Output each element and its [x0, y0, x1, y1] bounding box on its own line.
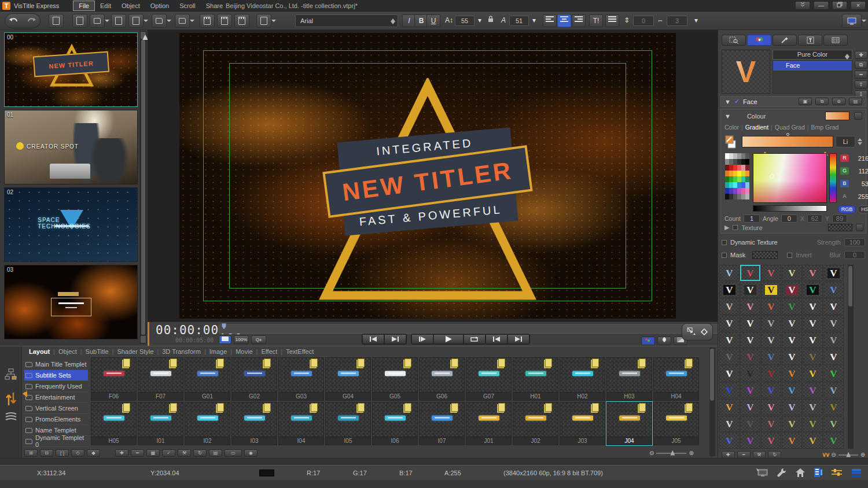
style-preset[interactable]: V: [782, 349, 802, 365]
style-preset[interactable]: V: [761, 315, 781, 331]
line-style-button[interactable]: [605, 14, 619, 27]
style-preset[interactable]: V: [719, 332, 740, 348]
close-button[interactable]: ×: [851, 1, 866, 10]
style-preset[interactable]: V: [782, 399, 802, 415]
style-preset[interactable]: V: [782, 365, 802, 382]
style-preset[interactable]: V: [823, 265, 844, 281]
colour-mode-gradient[interactable]: Gradient: [745, 124, 768, 131]
style-preset[interactable]: V: [761, 399, 781, 415]
library-tab-image[interactable]: Image: [206, 348, 231, 355]
undo-icon[interactable]: [9, 17, 19, 25]
palette-swatch[interactable]: [737, 194, 741, 199]
palette-swatch[interactable]: [737, 176, 741, 182]
style-preset[interactable]: V: [740, 349, 760, 365]
face-enabled-checkbox[interactable]: ✓: [734, 98, 740, 105]
colour-mode-color[interactable]: Color: [724, 124, 739, 131]
hue-slider[interactable]: [829, 153, 837, 203]
template-item-h03[interactable]: H03: [606, 357, 653, 401]
style-preset[interactable]: V: [719, 315, 740, 331]
zoom-fit-button[interactable]: Q±: [251, 335, 266, 344]
align-left-button[interactable]: [543, 14, 557, 27]
style-preset[interactable]: V: [761, 282, 781, 298]
category-entertainment[interactable]: Entertainment: [24, 392, 88, 403]
mask-checkbox[interactable]: [722, 253, 727, 258]
style-preset[interactable]: V: [823, 332, 844, 348]
style-preset[interactable]: V: [740, 399, 760, 415]
style-preset[interactable]: V: [803, 416, 823, 432]
style-preset[interactable]: V: [719, 282, 740, 298]
style-preset[interactable]: V: [803, 332, 823, 348]
play-from-start-button[interactable]: [411, 334, 433, 344]
template-item-h04[interactable]: H04: [653, 357, 700, 401]
y-field[interactable]: 89: [832, 215, 847, 223]
layer-duplicate-button[interactable]: ⧉: [855, 61, 867, 69]
menu-share[interactable]: Share: [201, 1, 228, 10]
template-item-i07[interactable]: I07: [418, 401, 465, 446]
thumbnail-scrollbar[interactable]: ▲: [140, 31, 146, 343]
hsb-mode-pill[interactable]: HSB: [858, 205, 868, 213]
style-preset[interactable]: V: [719, 349, 740, 365]
b-value[interactable]: 53: [854, 180, 868, 187]
text-orientation-button[interactable]: T!: [589, 14, 603, 27]
style-preset[interactable]: V: [740, 332, 760, 348]
invert-checkbox[interactable]: [787, 253, 792, 258]
palette-swatch[interactable]: [745, 194, 749, 199]
library-tab-texteffect[interactable]: TextEffect: [282, 348, 317, 355]
lib-tool-monitor-button[interactable]: ▭: [225, 449, 242, 457]
preview-canvas[interactable]: INTEGRATED NEW TITLER FAST & POWERFUL: [148, 30, 718, 321]
palette-swatch[interactable]: [737, 165, 741, 171]
category-frequently-used[interactable]: Frequently Used: [24, 381, 88, 392]
template-item-f06[interactable]: F06: [90, 357, 137, 401]
palette-swatch[interactable]: [733, 188, 737, 194]
texture-browse-button[interactable]: [856, 224, 863, 231]
align-center-button[interactable]: [557, 14, 571, 27]
open-button[interactable]: [90, 14, 105, 28]
style-preset[interactable]: V: [740, 432, 760, 449]
palette-swatch[interactable]: [745, 159, 749, 165]
eyedropper-tool[interactable]: [724, 135, 738, 149]
library-tab-movie[interactable]: Movie: [232, 348, 256, 355]
palette-swatch[interactable]: [737, 171, 741, 176]
style-preset[interactable]: V: [740, 282, 760, 298]
collapse-arrow-icon[interactable]: ▼: [724, 98, 731, 105]
menu-scroll[interactable]: Scroll: [174, 1, 201, 10]
layer-up-button[interactable]: ⇧: [855, 80, 867, 88]
tab-text[interactable]: [798, 35, 822, 46]
palette-swatch[interactable]: [733, 171, 737, 176]
style-preset[interactable]: V: [719, 382, 740, 398]
category-subtitle-sets[interactable]: Subtitle Sets: [24, 370, 88, 381]
notes-button[interactable]: [256, 14, 271, 28]
face-settings-button[interactable]: ▣: [799, 98, 812, 105]
palette-swatch[interactable]: [737, 159, 741, 165]
palette-swatch[interactable]: [725, 176, 729, 182]
palette-swatch[interactable]: [733, 176, 737, 182]
palette-swatch[interactable]: [741, 182, 745, 188]
style-preset[interactable]: V: [719, 416, 740, 432]
kerning-field[interactable]: 3: [667, 16, 687, 26]
style-preset[interactable]: V: [740, 265, 760, 281]
lib-tool-insert-button[interactable]: ⊞: [24, 449, 38, 457]
lib-tool-rename-button[interactable]: [¨]: [56, 449, 69, 457]
hierarchy-icon[interactable]: [5, 368, 17, 381]
palette-swatch[interactable]: [729, 165, 733, 171]
palette-swatch[interactable]: [741, 188, 745, 194]
style-preset[interactable]: V: [761, 416, 781, 432]
clip-overlay-button[interactable]: [217, 14, 232, 28]
layers-stack-icon[interactable]: [5, 411, 17, 423]
template-item-j01[interactable]: J01: [465, 401, 512, 446]
gradient-interp-spinner[interactable]: [856, 136, 863, 147]
lib-tool-add-button[interactable]: ✚: [115, 449, 128, 457]
palette-swatch[interactable]: [737, 153, 741, 159]
strength-field[interactable]: 100: [844, 238, 865, 246]
face-copy-button[interactable]: ⧉: [815, 98, 829, 105]
gradient-interp-select[interactable]: Li: [836, 136, 855, 147]
save-as-button[interactable]: [128, 14, 144, 28]
template-grid-scrollbar[interactable]: [709, 347, 715, 456]
template-item-i03[interactable]: I03: [231, 401, 278, 446]
palette-swatch[interactable]: [725, 153, 729, 159]
face-reset-button[interactable]: ⊜: [832, 98, 845, 105]
next-frame-button[interactable]: [384, 334, 406, 344]
rgb-mode-pill[interactable]: RGB: [838, 205, 856, 213]
style-preset[interactable]: V: [761, 432, 781, 449]
palette-swatch[interactable]: [725, 165, 729, 171]
